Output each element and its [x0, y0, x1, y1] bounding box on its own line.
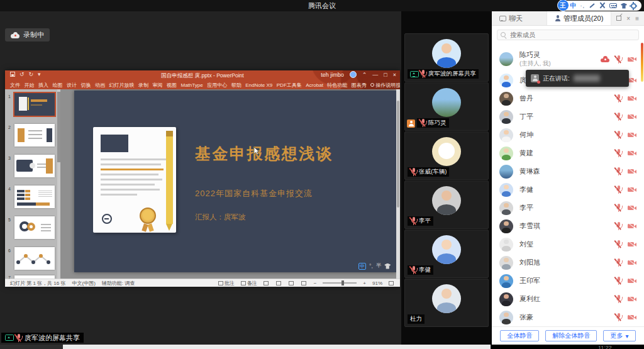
member-row[interactable]: 刘玺	[492, 235, 644, 253]
popout-icon[interactable]	[616, 16, 621, 21]
tab-draw[interactable]: 绘图	[53, 82, 63, 89]
ime-punctuation-icon[interactable]: ·,	[580, 3, 586, 9]
tab-mathtype[interactable]: MathType	[181, 82, 203, 88]
video-tile[interactable]: 庹军波的屏幕共享	[404, 33, 489, 82]
ime-punctuation-icon[interactable]: °,	[369, 263, 373, 269]
member-row[interactable]: 夏利红	[492, 290, 644, 308]
mic-muted-icon[interactable]	[615, 131, 622, 139]
slide-thumbnail-3[interactable]	[14, 155, 55, 177]
mic-muted-icon[interactable]	[615, 313, 622, 321]
slide-thumbnail-1[interactable]	[14, 93, 55, 116]
tab-acrobat[interactable]: Acrobat	[306, 82, 323, 88]
camera-off-icon[interactable]	[628, 241, 636, 248]
fit-slide-icon[interactable]	[389, 281, 394, 285]
tab-app-center[interactable]: 应用中心	[207, 82, 227, 89]
video-tile[interactable]: 张威(车辆)	[404, 131, 489, 180]
video-tile[interactable]: 陈巧灵	[404, 82, 489, 131]
mic-muted-icon[interactable]	[615, 295, 622, 303]
member-row[interactable]: 王印军	[492, 272, 644, 290]
camera-off-icon[interactable]	[628, 296, 636, 302]
tab-help[interactable]: 帮助	[231, 82, 242, 89]
notes-button[interactable]: 备注	[241, 280, 257, 287]
tab-slideshow[interactable]: 幻灯片放映	[109, 82, 135, 89]
zoom-slider[interactable]	[323, 282, 357, 284]
member-row[interactable]: 张豪	[492, 308, 644, 326]
panel-menu-icon[interactable]: ≡	[635, 15, 639, 22]
slideshow-icon[interactable]	[301, 281, 306, 285]
camera-off-icon[interactable]	[628, 56, 636, 63]
camera-off-icon[interactable]	[628, 95, 636, 102]
slide-thumbnail-6[interactable]	[14, 247, 55, 270]
ime-mini-bar[interactable]: 中 °, 半	[358, 262, 391, 270]
camera-off-icon[interactable]	[628, 186, 636, 193]
mic-muted-icon[interactable]	[615, 222, 622, 230]
camera-off-icon[interactable]	[628, 113, 636, 120]
camera-off-icon[interactable]	[628, 314, 636, 321]
tab-pdf-tools[interactable]: PDF工具集	[277, 82, 302, 89]
video-tile[interactable]: 李平	[404, 180, 489, 229]
normal-view-icon[interactable]	[264, 281, 269, 285]
minimize-button[interactable]: —	[372, 72, 378, 78]
ime-skin-icon[interactable]	[621, 3, 627, 9]
undo-icon[interactable]: ↺	[19, 71, 25, 77]
mic-muted-icon[interactable]	[615, 186, 622, 194]
tab-features[interactable]: 特色功能	[327, 82, 347, 89]
qat-customize-icon[interactable]: ▾	[38, 71, 41, 77]
soft-keyboard-icon[interactable]	[609, 3, 617, 8]
tab-endnote[interactable]: EndNote X9	[245, 82, 272, 88]
zoom-in-button[interactable]: +	[363, 280, 366, 286]
mute-all-button[interactable]: 全体静音	[500, 330, 539, 341]
mic-muted-icon[interactable]	[615, 94, 622, 102]
zoom-level[interactable]: 91%	[372, 280, 382, 286]
camera-off-icon[interactable]	[628, 77, 636, 84]
bottom-window-edge[interactable]	[63, 345, 491, 349]
ribbon-display-icon[interactable]: ⌃	[362, 72, 367, 78]
tab-animations[interactable]: 动画	[95, 82, 105, 89]
tab-view[interactable]: 视图	[167, 82, 177, 89]
mic-muted-icon[interactable]	[615, 113, 622, 121]
more-button[interactable]: 更多▾	[603, 330, 635, 341]
member-row[interactable]: 陈巧灵(主持人, 我)	[492, 47, 644, 71]
ime-settings-icon[interactable]	[631, 3, 636, 9]
tell-me-search[interactable]: 操作说明搜索	[370, 82, 400, 89]
tab-home[interactable]: 开始	[25, 82, 35, 89]
mic-muted-icon[interactable]	[615, 55, 622, 64]
ime-width-icon[interactable]: 半	[376, 262, 382, 270]
member-row[interactable]: 黄建	[492, 144, 644, 162]
language-status[interactable]: 中文(中国)	[72, 280, 95, 287]
account-name[interactable]: teh jimbo	[321, 72, 344, 78]
save-icon[interactable]	[10, 72, 15, 77]
mic-muted-icon[interactable]	[615, 240, 622, 248]
member-row[interactable]: 李平	[492, 199, 644, 217]
tab-file[interactable]: 文件	[10, 82, 20, 89]
camera-off-icon[interactable]	[628, 131, 636, 138]
tab-chart-gallery[interactable]: 图表秀	[352, 82, 367, 89]
canvas-scrollbar[interactable]	[396, 89, 400, 279]
panel-close-icon[interactable]: ×	[626, 15, 630, 22]
comments-button[interactable]: 批注	[218, 280, 235, 287]
ime-skin-icon[interactable]	[384, 263, 391, 269]
accessibility-status[interactable]: 辅助功能: 调查	[102, 280, 135, 287]
zoom-out-button[interactable]: −	[314, 280, 317, 286]
mic-muted-icon[interactable]	[615, 167, 622, 175]
tab-transitions[interactable]: 切换	[81, 82, 91, 89]
tab-record[interactable]: 录制	[138, 82, 148, 89]
quick-access-toolbar[interactable]: ↺ ↻ ▾	[10, 71, 41, 77]
ime-language-icon[interactable]: 中	[570, 1, 577, 10]
camera-off-icon[interactable]	[628, 223, 636, 230]
slide-sorter-icon[interactable]	[276, 281, 281, 285]
redo-icon[interactable]: ↻	[29, 71, 34, 77]
camera-off-icon[interactable]	[628, 204, 636, 211]
ime-logo-icon[interactable]: 王	[557, 0, 569, 11]
member-row[interactable]: 丁平	[492, 108, 644, 126]
thumbnail-scrollbar[interactable]	[57, 89, 60, 279]
mic-muted-icon[interactable]	[615, 277, 622, 285]
camera-off-icon[interactable]	[628, 259, 636, 266]
search-members-input[interactable]	[497, 30, 639, 40]
member-row[interactable]: 李健	[492, 180, 644, 199]
slide-thumbnail-4[interactable]	[14, 186, 55, 208]
tab-chat[interactable]: 聊天	[492, 11, 547, 25]
member-row[interactable]: 曾丹	[492, 89, 644, 108]
member-row[interactable]: 李雪琪	[492, 217, 644, 235]
cloud-recording-icon[interactable]	[601, 56, 609, 62]
